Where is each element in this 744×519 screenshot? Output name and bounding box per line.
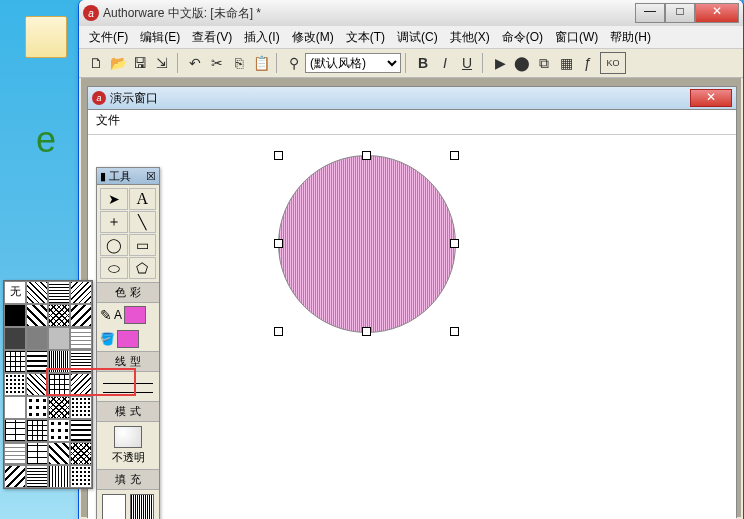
fg-color-swatch[interactable] — [124, 306, 146, 324]
pattern-bigdots2[interactable] — [48, 419, 70, 442]
pointer-tool[interactable]: ➤ — [100, 188, 128, 210]
pattern-dots3[interactable] — [70, 465, 92, 488]
menu-insert[interactable]: 插入(I) — [238, 27, 285, 48]
pattern-diag1[interactable] — [26, 281, 48, 304]
paste-button[interactable]: 📋 — [251, 53, 271, 73]
close-button[interactable]: ✕ — [695, 3, 739, 23]
pattern-diag1b[interactable] — [26, 373, 48, 396]
pattern-xhatch[interactable] — [48, 304, 70, 327]
funcs-button[interactable]: ƒ — [578, 53, 598, 73]
pattern-horiz2[interactable] — [70, 350, 92, 373]
pattern-xhatch2[interactable] — [48, 396, 70, 419]
tools-title[interactable]: ▮ 工具☒ — [97, 168, 159, 185]
pattern-horiz3[interactable] — [26, 465, 48, 488]
minimize-button[interactable]: — — [635, 3, 665, 23]
pattern-cross2[interactable] — [48, 373, 70, 396]
mode-swatch[interactable] — [114, 426, 142, 448]
pattern-diag3[interactable] — [70, 304, 92, 327]
handle-se[interactable] — [450, 327, 459, 336]
text-tool[interactable]: A — [129, 188, 157, 210]
menu-file[interactable]: 文件(F) — [83, 27, 134, 48]
pattern-cross[interactable] — [4, 350, 26, 373]
import-button[interactable]: ⇲ — [152, 53, 172, 73]
rect-tool[interactable]: ▭ — [129, 234, 157, 256]
pattern-diag2[interactable] — [70, 281, 92, 304]
pattern-solid[interactable] — [4, 304, 26, 327]
tools-close-icon[interactable]: ☒ — [146, 170, 156, 183]
pattern-vert[interactable] — [48, 465, 70, 488]
pattern-diagwide2[interactable] — [48, 442, 70, 465]
desktop-ie[interactable]: e — [22, 120, 70, 176]
handle-s[interactable] — [362, 327, 371, 336]
bold-button[interactable]: B — [413, 53, 433, 73]
pattern-bigdots[interactable] — [26, 396, 48, 419]
bg-color-swatch[interactable] — [117, 330, 139, 348]
desktop-folder[interactable] — [22, 16, 70, 72]
line-tool[interactable]: ＋ — [100, 211, 128, 233]
pattern-brick2[interactable] — [26, 442, 48, 465]
fill-swatch-2[interactable] — [130, 494, 154, 519]
menu-debug[interactable]: 调试(C) — [391, 27, 444, 48]
titlebar: a Authorware 中文版: [未命名] * — □ ✕ — [79, 0, 743, 26]
italic-button[interactable]: I — [435, 53, 455, 73]
handle-n[interactable] — [362, 151, 371, 160]
menu-view[interactable]: 查看(V) — [186, 27, 238, 48]
pattern-xhatch3[interactable] — [70, 442, 92, 465]
pattern-blank[interactable] — [4, 396, 26, 419]
underline-button[interactable]: U — [457, 53, 477, 73]
roundrect-tool[interactable]: ⬭ — [100, 257, 128, 279]
handle-w[interactable] — [274, 239, 283, 248]
handle-ne[interactable] — [450, 151, 459, 160]
handle-e[interactable] — [450, 239, 459, 248]
oval-shape[interactable] — [278, 155, 456, 333]
pattern-brick[interactable] — [4, 419, 26, 442]
trace-button[interactable]: ⧉ — [534, 53, 554, 73]
pattern-hthick[interactable] — [26, 350, 48, 373]
oval-tool[interactable]: ◯ — [100, 234, 128, 256]
cut-button[interactable]: ✂ — [207, 53, 227, 73]
menu-edit[interactable]: 编辑(E) — [134, 27, 186, 48]
pattern-vthick[interactable] — [48, 350, 70, 373]
handle-nw[interactable] — [274, 151, 283, 160]
fill-swatch-1[interactable] — [102, 494, 126, 519]
pattern-horiz[interactable] — [48, 281, 70, 304]
run-button[interactable]: ▶︎ — [490, 53, 510, 73]
pattern-diag3b[interactable] — [4, 465, 26, 488]
copy-button[interactable]: ⎘ — [229, 53, 249, 73]
menu-other[interactable]: 其他(X) — [444, 27, 496, 48]
ko-button[interactable]: KO — [600, 52, 626, 74]
pattern-grid[interactable] — [26, 419, 48, 442]
style-select[interactable]: (默认风格) — [305, 53, 401, 73]
menu-help[interactable]: 帮助(H) — [604, 27, 657, 48]
undo-button[interactable]: ↶ — [185, 53, 205, 73]
new-button[interactable]: 🗋 — [86, 53, 106, 73]
pattern-gray50[interactable] — [26, 327, 48, 350]
pattern-dots[interactable] — [4, 373, 26, 396]
canvas-close-button[interactable]: ✕ — [690, 89, 732, 107]
menu-text[interactable]: 文本(T) — [340, 27, 391, 48]
pattern-wave[interactable] — [70, 327, 92, 350]
open-button[interactable]: 📂 — [108, 53, 128, 73]
find-button[interactable]: ⚲ — [284, 53, 304, 73]
polygon-tool[interactable]: ⬠ — [129, 257, 157, 279]
pattern-diagwide[interactable] — [26, 304, 48, 327]
pattern-dots2[interactable] — [70, 396, 92, 419]
save-button[interactable]: 🖫 — [130, 53, 150, 73]
diag-line-tool[interactable]: ╲ — [129, 211, 157, 233]
line-samples[interactable] — [97, 372, 159, 401]
menu-command[interactable]: 命令(O) — [496, 27, 549, 48]
maximize-button[interactable]: □ — [665, 3, 695, 23]
menu-modify[interactable]: 修改(M) — [286, 27, 340, 48]
pattern-none[interactable]: 无 — [4, 281, 26, 304]
pattern-gray25[interactable] — [48, 327, 70, 350]
pattern-gray75[interactable] — [4, 327, 26, 350]
pattern-hthick2[interactable] — [70, 419, 92, 442]
canvas[interactable] — [88, 135, 736, 519]
vars-button[interactable]: ▦ — [556, 53, 576, 73]
canvas-menu-file[interactable]: 文件 — [96, 113, 120, 127]
pattern-wave2[interactable] — [4, 442, 26, 465]
menu-window[interactable]: 窗口(W) — [549, 27, 604, 48]
stop-button[interactable]: ⬤ — [512, 53, 532, 73]
handle-sw[interactable] — [274, 327, 283, 336]
pattern-diag2b[interactable] — [70, 373, 92, 396]
